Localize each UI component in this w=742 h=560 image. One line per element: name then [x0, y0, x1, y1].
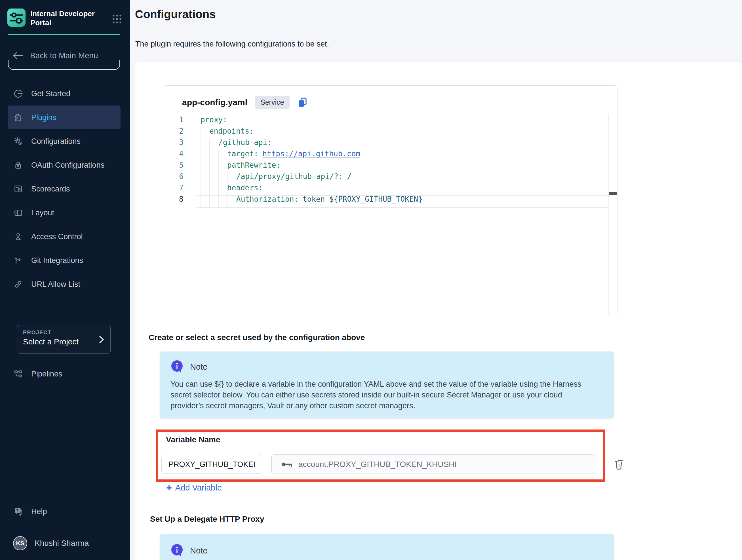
sidebar-pipelines: Pipelines	[8, 362, 120, 386]
line-number: 7	[163, 184, 183, 192]
link-icon	[13, 279, 23, 289]
project-selector[interactable]: PROJECT Select a Project	[17, 325, 111, 354]
access-control-person-icon	[13, 232, 23, 242]
sidebar-item-label: URL Allow List	[31, 280, 80, 289]
sidebar-item-configurations[interactable]: Configurations	[8, 130, 120, 153]
code-line: 4 target:https://api.github.com	[163, 148, 617, 159]
yaml-editor[interactable]: 1 proxy: 2 endpoints: 3 /github-api: 4 t…	[163, 114, 617, 315]
variable-name-input[interactable]	[161, 455, 262, 474]
sidebar-item-label: Plugins	[31, 113, 56, 122]
yaml-value: token ${PROXY_GITHUB_TOKEN}	[303, 195, 423, 203]
code-line: 7 headers:	[163, 182, 617, 194]
sidebar-divider	[8, 308, 122, 308]
note-title: Note	[190, 546, 207, 555]
logo-sliders-icon	[7, 8, 25, 27]
sidebar-item-label: OAuth Configurations	[31, 161, 104, 170]
yaml-editor-card: app-config.yaml Service 1 proxy:	[163, 85, 618, 315]
user-menu[interactable]: KS Khushi Sharma	[8, 530, 120, 557]
yaml-value: /	[347, 172, 352, 181]
teal-accent-divider	[8, 34, 120, 35]
app-title: Internal Developer Portal	[30, 8, 111, 27]
editor-filename: app-config.yaml	[182, 98, 247, 107]
oauth-lock-icon	[13, 160, 23, 170]
sidebar-item-git-integrations[interactable]: Git Integrations	[8, 249, 120, 272]
yaml-link-value[interactable]: https://api.github.com	[263, 150, 360, 158]
editor-header: app-config.yaml Service	[182, 96, 308, 109]
page-subtitle: The plugin requires the following config…	[135, 40, 329, 49]
sidebar-item-label: Configurations	[31, 137, 81, 146]
sidebar-help: ? Help	[8, 500, 120, 523]
yaml-key: Authorization:	[236, 195, 299, 203]
back-to-main-menu-label: Back to Main Menu	[30, 51, 98, 60]
svg-text:?: ?	[16, 508, 18, 513]
project-label: PROJECT	[23, 329, 105, 336]
app-window: Internal Developer Portal Back to Main M…	[0, 0, 742, 560]
secret-selector-value: account.PROXY_GITHUB_TOKEN_KHUSHI	[299, 460, 457, 469]
service-badge: Service	[255, 96, 289, 109]
note-body: You can use ${} to declare a variable in…	[170, 379, 595, 411]
sidebar-bottom-divider	[0, 491, 130, 491]
sidebar-item-label: Layout	[31, 208, 54, 217]
line-number: 2	[163, 127, 183, 135]
layout-icon	[13, 208, 23, 218]
sidebar-item-help[interactable]: ? Help	[8, 500, 120, 523]
trash-icon[interactable]	[613, 458, 625, 471]
yaml-key: proxy:	[201, 115, 227, 124]
sidebar-item-scorecards[interactable]: Scorecards	[8, 177, 120, 201]
info-icon	[170, 360, 184, 374]
yaml-key: pathRewrite:	[227, 161, 280, 169]
code-line: 1 proxy:	[163, 114, 617, 125]
sidebar-item-label: Help	[31, 507, 47, 516]
sidebar-item-oauth-configurations[interactable]: OAuth Configurations	[8, 153, 120, 177]
back-arrow-icon	[12, 52, 23, 59]
sidebar-nav: Get Started Plugins Configurations	[8, 82, 120, 296]
project-value: Select a Project	[23, 337, 105, 346]
copy-icon[interactable]	[297, 97, 308, 108]
delegate-proxy-heading: Set Up a Delegate HTTP Proxy	[150, 515, 264, 524]
sidebar-item-url-allow-list[interactable]: URL Allow List	[8, 272, 120, 296]
yaml-key: target:	[227, 150, 258, 158]
line-number: 8	[163, 195, 183, 203]
sidebar-item-plugins[interactable]: Plugins	[8, 106, 120, 130]
sidebar-item-pipelines[interactable]: Pipelines	[8, 362, 120, 386]
yaml-key: endpoints:	[209, 127, 254, 135]
sidebar-item-label: Scorecards	[31, 185, 70, 194]
sidebar-item-get-started[interactable]: Get Started	[8, 82, 120, 106]
pipelines-icon	[13, 369, 23, 379]
configurations-gear-icon	[13, 136, 23, 146]
sidebar-item-access-control[interactable]: Access Control	[8, 225, 120, 249]
code-line: 6 /api/proxy/github-api/?:/	[163, 171, 617, 182]
content-panel: app-config.yaml Service 1 proxy:	[135, 61, 742, 560]
secret-section-heading: Create or select a secret used by the co…	[149, 333, 365, 342]
secret-selector[interactable]: account.PROXY_GITHUB_TOKEN_KHUSHI	[271, 454, 596, 474]
back-menu-underline	[8, 60, 120, 70]
sidebar-item-label: Git Integrations	[31, 256, 83, 265]
scorecards-icon	[13, 184, 23, 194]
line-number: 4	[163, 150, 183, 158]
plus-icon: +	[166, 483, 172, 493]
line-number: 6	[163, 172, 183, 181]
note-callout: Note	[160, 534, 614, 560]
line-number: 1	[163, 115, 183, 124]
add-variable-button[interactable]: + Add Variable	[166, 483, 222, 493]
note-header: Note	[170, 360, 207, 374]
grid-icon[interactable]	[111, 13, 122, 25]
code-line: 2 endpoints:	[163, 125, 617, 137]
sidebar-item-label: Access Control	[31, 232, 83, 241]
sidebar-item-label: Pipelines	[31, 370, 62, 378]
sidebar-item-layout[interactable]: Layout	[8, 201, 120, 225]
note-header: Note	[170, 544, 207, 558]
page-title: Configurations	[135, 8, 216, 21]
user-name: Khushi Sharma	[35, 539, 89, 548]
line-number: 3	[163, 138, 183, 147]
yaml-key: /api/proxy/github-api/?:	[236, 172, 343, 181]
info-icon	[170, 544, 184, 558]
help-chat-icon: ?	[13, 506, 23, 517]
avatar: KS	[13, 536, 27, 550]
note-title: Note	[190, 362, 207, 372]
variable-section-highlighted: Variable Name account.PROXY_GITHUB_TOKEN…	[156, 429, 605, 482]
sidebar: Internal Developer Portal Back to Main M…	[0, 0, 130, 560]
code-line current: 8 Authorization:token ${PROXY_GITHUB_TOK…	[163, 194, 617, 205]
variable-name-label: Variable Name	[166, 435, 220, 444]
yaml-key: headers:	[227, 184, 263, 192]
